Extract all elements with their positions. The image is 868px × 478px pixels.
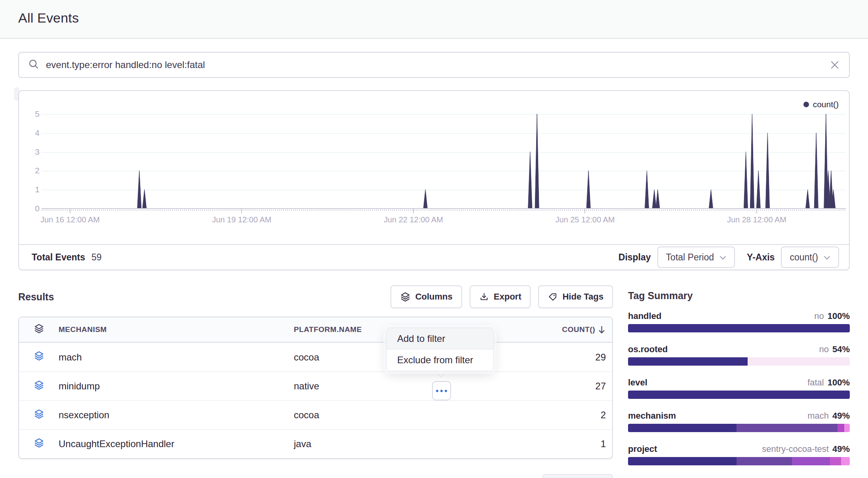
table-row[interactable]: UncaughtExceptionHandlerjava1 — [19, 429, 612, 458]
table-body: machcocoa29minidumpnative27nsexceptionco… — [19, 343, 612, 458]
row-actions-button[interactable] — [432, 381, 451, 400]
x-axis-tick-label: Jun 22 12:00 AM — [366, 215, 461, 224]
tag-bar-segment[interactable] — [748, 357, 850, 366]
tag-bar-segment[interactable] — [628, 391, 850, 399]
discover-page: All Events event.type:error handled:no l… — [0, 0, 868, 478]
tag-header: mechanismmach49% — [628, 411, 850, 421]
table-header-icon-cell — [19, 323, 59, 336]
chart-footer: Total Events 59 Display Total Period Y-A… — [19, 244, 849, 269]
tag-bar[interactable] — [628, 391, 850, 399]
y-axis-tick-label: 1 — [21, 185, 40, 194]
cell-mechanism[interactable]: UncaughtExceptionHandler — [59, 438, 294, 450]
tag-bar-segment[interactable] — [838, 424, 844, 432]
chart-x-axis-line — [42, 208, 846, 209]
results-header: Results Columns Export Hide Tags — [18, 285, 613, 309]
chart-legend[interactable]: count() — [803, 100, 839, 109]
tag-summary-panel: Tag Summary handledno100%os.rootedno54%l… — [628, 290, 850, 477]
display-select[interactable]: Total Period — [657, 247, 735, 268]
tag-percent: 100% — [828, 311, 850, 321]
pagination-stub[interactable] — [542, 474, 613, 478]
chevron-down-icon — [720, 256, 726, 260]
total-events-value: 59 — [91, 252, 102, 263]
column-header-mechanism[interactable]: MECHANISM — [59, 325, 294, 334]
export-button-label: Export — [494, 292, 522, 302]
layers-icon — [34, 409, 44, 422]
tag-bar-segment[interactable] — [841, 457, 850, 465]
x-axis-tick-label: Jun 28 12:00 AM — [709, 215, 804, 224]
hide-tags-button-label: Hide Tags — [562, 292, 603, 302]
chevron-down-icon — [824, 256, 830, 260]
tag-bar-segment[interactable] — [628, 457, 737, 465]
download-icon — [479, 292, 489, 302]
display-label: Display — [619, 252, 651, 263]
table-row[interactable]: minidumpnative27 — [19, 372, 612, 400]
page-header: All Events — [0, 0, 868, 39]
tag-icon — [548, 292, 558, 302]
search-input[interactable]: event.type:error handled:no level:fatal — [46, 59, 829, 70]
cell-count[interactable]: 1 — [518, 438, 612, 450]
tag-bar[interactable] — [628, 424, 850, 432]
tag-bar-segment[interactable] — [737, 457, 792, 465]
x-axis-tick — [413, 209, 414, 213]
tag-header: os.rootedno54% — [628, 344, 850, 355]
row-stack-icon-cell[interactable] — [19, 351, 59, 364]
x-axis-tick-label: Jun 25 12:00 AM — [537, 215, 632, 224]
menu-item-add-to-filter[interactable]: Add to filter — [386, 328, 493, 349]
cell-mechanism[interactable]: minidump — [59, 381, 294, 392]
layers-icon — [34, 380, 44, 393]
chart-series — [42, 110, 846, 209]
tag-bar-segment[interactable] — [628, 357, 748, 366]
tag-bar-segment[interactable] — [628, 424, 737, 432]
cell-mechanism[interactable]: mach — [59, 352, 294, 363]
page-title: All Events — [18, 10, 79, 26]
tag-bar[interactable] — [628, 457, 850, 465]
cell-platform-name[interactable]: cocoa — [294, 410, 518, 421]
tag-percent: 100% — [828, 377, 850, 388]
results-table: MECHANISM PLATFORM.NAME COUNT() machcoco… — [18, 317, 613, 459]
menu-item-exclude-from-filter[interactable]: Exclude from filter — [386, 349, 493, 371]
tag-bar-segment[interactable] — [792, 457, 830, 465]
columns-button-label: Columns — [415, 292, 453, 302]
tag-top-value: sentry-cocoa-test — [762, 444, 829, 454]
hide-tags-button[interactable]: Hide Tags — [538, 285, 613, 308]
cell-platform-name[interactable]: java — [294, 438, 518, 450]
context-menu: Add to filter Exclude from filter — [386, 328, 494, 371]
search-icon — [28, 58, 40, 72]
x-axis-tick-label: Jun 19 12:00 AM — [194, 215, 289, 224]
tag-summary-heading: Tag Summary — [628, 290, 850, 302]
row-stack-icon-cell[interactable] — [19, 380, 59, 393]
cell-count[interactable]: 29 — [518, 352, 612, 363]
layers-icon — [400, 292, 411, 302]
layers-icon — [34, 323, 44, 336]
tag-bar[interactable] — [628, 357, 850, 366]
yaxis-select-value: count() — [790, 252, 818, 263]
search-bar[interactable]: event.type:error handled:no level:fatal — [18, 52, 850, 78]
cell-platform-name[interactable]: native — [294, 381, 518, 392]
tag-name: handled — [628, 311, 661, 321]
column-header-count[interactable]: COUNT() — [518, 325, 612, 334]
cell-count[interactable]: 2 — [518, 410, 612, 421]
events-chart-panel: 012345 Jun 16 12:00 AMJun 19 12:00 AMJun… — [18, 90, 850, 270]
tag-percent: 49% — [832, 444, 850, 454]
row-stack-icon-cell[interactable] — [19, 438, 59, 451]
tag-entry: mechanismmach49% — [628, 411, 850, 432]
y-axis-tick-label: 3 — [21, 147, 40, 157]
yaxis-select[interactable]: count() — [781, 247, 839, 268]
export-button[interactable]: Export — [470, 285, 531, 308]
clear-search-icon[interactable] — [829, 59, 840, 70]
columns-button[interactable]: Columns — [390, 285, 462, 308]
table-row[interactable]: nsexceptioncocoa2 — [19, 400, 612, 429]
tag-header: handledno100% — [628, 311, 850, 321]
tag-top-value: fatal — [807, 377, 824, 388]
row-stack-icon-cell[interactable] — [19, 409, 59, 422]
tag-name: mechanism — [628, 411, 676, 421]
total-events-label: Total Events — [32, 252, 85, 263]
tag-bar-segment[interactable] — [628, 324, 850, 332]
tag-bar[interactable] — [628, 324, 850, 332]
tag-bar-segment[interactable] — [830, 457, 841, 465]
tag-bar-segment[interactable] — [737, 424, 838, 432]
table-row[interactable]: machcocoa29 — [19, 343, 612, 372]
cell-mechanism[interactable]: nsexception — [59, 410, 294, 421]
tag-bar-segment[interactable] — [844, 424, 850, 432]
cell-count[interactable]: 27 — [518, 381, 612, 392]
